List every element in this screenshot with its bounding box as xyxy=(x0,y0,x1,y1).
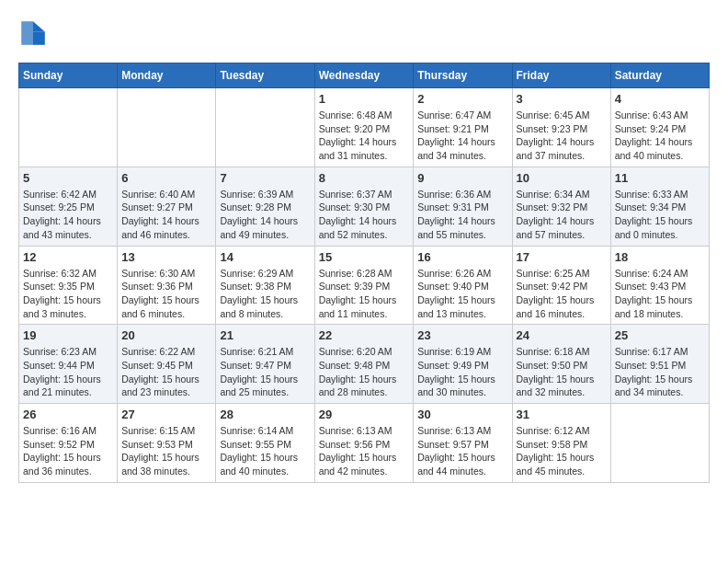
day-number: 20 xyxy=(121,328,211,342)
day-info: Sunrise: 6:13 AM Sunset: 9:56 PM Dayligh… xyxy=(319,424,410,478)
day-info: Sunrise: 6:32 AM Sunset: 9:35 PM Dayligh… xyxy=(23,267,113,321)
day-info: Sunrise: 6:34 AM Sunset: 9:32 PM Dayligh… xyxy=(517,188,607,242)
day-number: 14 xyxy=(220,250,310,264)
svg-marker-2 xyxy=(21,21,33,45)
calendar-cell: 20Sunrise: 6:22 AM Sunset: 9:45 PM Dayli… xyxy=(118,325,216,404)
day-info: Sunrise: 6:40 AM Sunset: 9:27 PM Dayligh… xyxy=(121,188,211,242)
day-info: Sunrise: 6:14 AM Sunset: 9:55 PM Dayligh… xyxy=(220,424,310,478)
calendar-cell xyxy=(610,404,709,483)
day-info: Sunrise: 6:16 AM Sunset: 9:52 PM Dayligh… xyxy=(23,424,113,478)
day-info: Sunrise: 6:25 AM Sunset: 9:42 PM Dayligh… xyxy=(517,267,607,321)
weekday-header-row: SundayMondayTuesdayWednesdayThursdayFrid… xyxy=(19,63,710,88)
weekday-header-monday: Monday xyxy=(118,63,216,88)
calendar-cell: 16Sunrise: 6:26 AM Sunset: 9:40 PM Dayli… xyxy=(414,246,512,325)
calendar-table: SundayMondayTuesdayWednesdayThursdayFrid… xyxy=(18,63,710,483)
calendar-cell: 19Sunrise: 6:23 AM Sunset: 9:44 PM Dayli… xyxy=(19,325,118,404)
day-info: Sunrise: 6:23 AM Sunset: 9:44 PM Dayligh… xyxy=(23,345,113,399)
calendar-cell: 25Sunrise: 6:17 AM Sunset: 9:51 PM Dayli… xyxy=(610,325,709,404)
calendar-cell: 31Sunrise: 6:12 AM Sunset: 9:58 PM Dayli… xyxy=(512,404,610,483)
day-info: Sunrise: 6:28 AM Sunset: 9:39 PM Dayligh… xyxy=(319,267,410,321)
weekday-header-sunday: Sunday xyxy=(19,63,118,88)
calendar-cell: 18Sunrise: 6:24 AM Sunset: 9:43 PM Dayli… xyxy=(610,246,709,325)
calendar-cell: 26Sunrise: 6:16 AM Sunset: 9:52 PM Dayli… xyxy=(19,404,118,483)
calendar-cell: 17Sunrise: 6:25 AM Sunset: 9:42 PM Dayli… xyxy=(512,246,610,325)
page-header xyxy=(18,18,710,48)
day-number: 31 xyxy=(517,408,607,421)
day-number: 15 xyxy=(319,250,410,264)
calendar-cell: 28Sunrise: 6:14 AM Sunset: 9:55 PM Dayli… xyxy=(216,404,314,483)
day-info: Sunrise: 6:30 AM Sunset: 9:36 PM Dayligh… xyxy=(121,267,211,321)
day-info: Sunrise: 6:20 AM Sunset: 9:48 PM Dayligh… xyxy=(319,345,410,399)
calendar-cell xyxy=(19,88,118,167)
calendar-cell: 1Sunrise: 6:48 AM Sunset: 9:20 PM Daylig… xyxy=(314,88,414,167)
calendar-cell: 6Sunrise: 6:40 AM Sunset: 9:27 PM Daylig… xyxy=(118,167,216,246)
day-number: 11 xyxy=(615,171,705,185)
weekday-header-wednesday: Wednesday xyxy=(314,63,414,88)
calendar-cell xyxy=(118,88,216,167)
weekday-header-thursday: Thursday xyxy=(414,63,512,88)
day-info: Sunrise: 6:39 AM Sunset: 9:28 PM Dayligh… xyxy=(220,188,310,242)
weekday-header-friday: Friday xyxy=(512,63,610,88)
day-info: Sunrise: 6:48 AM Sunset: 9:20 PM Dayligh… xyxy=(319,109,410,163)
day-number: 19 xyxy=(23,328,113,342)
calendar-cell: 30Sunrise: 6:13 AM Sunset: 9:57 PM Dayli… xyxy=(414,404,512,483)
calendar-cell: 12Sunrise: 6:32 AM Sunset: 9:35 PM Dayli… xyxy=(19,246,118,325)
day-number: 8 xyxy=(319,171,410,185)
calendar-cell: 13Sunrise: 6:30 AM Sunset: 9:36 PM Dayli… xyxy=(118,246,216,325)
day-number: 10 xyxy=(517,171,607,185)
calendar-cell: 15Sunrise: 6:28 AM Sunset: 9:39 PM Dayli… xyxy=(314,246,414,325)
calendar-cell: 8Sunrise: 6:37 AM Sunset: 9:30 PM Daylig… xyxy=(314,167,414,246)
calendar-cell: 14Sunrise: 6:29 AM Sunset: 9:38 PM Dayli… xyxy=(216,246,314,325)
day-info: Sunrise: 6:37 AM Sunset: 9:30 PM Dayligh… xyxy=(319,188,410,242)
day-number: 24 xyxy=(517,328,607,342)
calendar-week-row: 26Sunrise: 6:16 AM Sunset: 9:52 PM Dayli… xyxy=(19,404,710,483)
day-number: 5 xyxy=(23,171,113,185)
calendar-cell: 10Sunrise: 6:34 AM Sunset: 9:32 PM Dayli… xyxy=(512,167,610,246)
day-number: 7 xyxy=(220,171,310,185)
logo xyxy=(18,18,51,48)
day-number: 12 xyxy=(23,250,113,264)
day-number: 30 xyxy=(417,408,507,421)
day-number: 17 xyxy=(517,250,607,264)
svg-marker-1 xyxy=(33,31,45,44)
calendar-cell: 7Sunrise: 6:39 AM Sunset: 9:28 PM Daylig… xyxy=(216,167,314,246)
day-info: Sunrise: 6:33 AM Sunset: 9:34 PM Dayligh… xyxy=(615,188,705,242)
day-info: Sunrise: 6:22 AM Sunset: 9:45 PM Dayligh… xyxy=(121,345,211,399)
day-info: Sunrise: 6:12 AM Sunset: 9:58 PM Dayligh… xyxy=(517,424,607,478)
day-info: Sunrise: 6:19 AM Sunset: 9:49 PM Dayligh… xyxy=(417,345,507,399)
day-number: 21 xyxy=(220,328,310,342)
day-number: 9 xyxy=(417,171,507,185)
calendar-cell: 29Sunrise: 6:13 AM Sunset: 9:56 PM Dayli… xyxy=(314,404,414,483)
day-info: Sunrise: 6:42 AM Sunset: 9:25 PM Dayligh… xyxy=(23,188,113,242)
day-info: Sunrise: 6:13 AM Sunset: 9:57 PM Dayligh… xyxy=(417,424,507,478)
day-number: 25 xyxy=(615,328,705,342)
day-number: 23 xyxy=(417,328,507,342)
calendar-week-row: 5Sunrise: 6:42 AM Sunset: 9:25 PM Daylig… xyxy=(19,167,710,246)
day-info: Sunrise: 6:18 AM Sunset: 9:50 PM Dayligh… xyxy=(517,345,607,399)
day-number: 3 xyxy=(517,92,607,106)
day-number: 16 xyxy=(417,250,507,264)
day-number: 22 xyxy=(319,328,410,342)
calendar-cell: 21Sunrise: 6:21 AM Sunset: 9:47 PM Dayli… xyxy=(216,325,314,404)
day-info: Sunrise: 6:15 AM Sunset: 9:53 PM Dayligh… xyxy=(121,424,211,478)
logo-icon xyxy=(18,18,48,48)
day-info: Sunrise: 6:45 AM Sunset: 9:23 PM Dayligh… xyxy=(517,109,607,163)
calendar-cell: 23Sunrise: 6:19 AM Sunset: 9:49 PM Dayli… xyxy=(414,325,512,404)
day-info: Sunrise: 6:26 AM Sunset: 9:40 PM Dayligh… xyxy=(417,267,507,321)
calendar-cell: 3Sunrise: 6:45 AM Sunset: 9:23 PM Daylig… xyxy=(512,88,610,167)
day-number: 27 xyxy=(121,408,211,421)
weekday-header-tuesday: Tuesday xyxy=(216,63,314,88)
calendar-week-row: 1Sunrise: 6:48 AM Sunset: 9:20 PM Daylig… xyxy=(19,88,710,167)
day-number: 13 xyxy=(121,250,211,264)
day-info: Sunrise: 6:36 AM Sunset: 9:31 PM Dayligh… xyxy=(417,188,507,242)
day-number: 6 xyxy=(121,171,211,185)
day-info: Sunrise: 6:21 AM Sunset: 9:47 PM Dayligh… xyxy=(220,345,310,399)
calendar-week-row: 12Sunrise: 6:32 AM Sunset: 9:35 PM Dayli… xyxy=(19,246,710,325)
calendar-cell: 2Sunrise: 6:47 AM Sunset: 9:21 PM Daylig… xyxy=(414,88,512,167)
day-number: 29 xyxy=(319,408,410,421)
day-number: 1 xyxy=(319,92,410,106)
calendar-cell: 11Sunrise: 6:33 AM Sunset: 9:34 PM Dayli… xyxy=(610,167,709,246)
calendar-cell: 24Sunrise: 6:18 AM Sunset: 9:50 PM Dayli… xyxy=(512,325,610,404)
calendar-cell: 4Sunrise: 6:43 AM Sunset: 9:24 PM Daylig… xyxy=(610,88,709,167)
day-info: Sunrise: 6:47 AM Sunset: 9:21 PM Dayligh… xyxy=(417,109,507,163)
